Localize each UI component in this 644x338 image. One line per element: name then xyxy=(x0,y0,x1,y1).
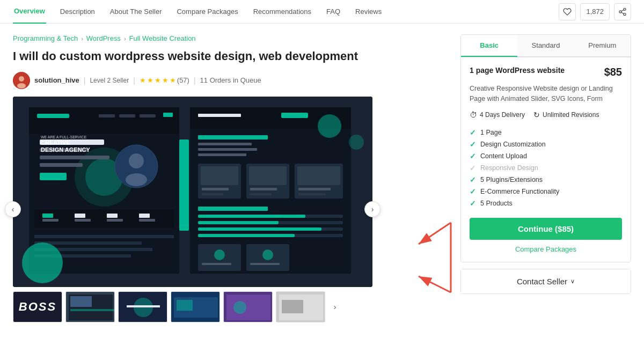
svg-rect-73 xyxy=(250,263,280,265)
svg-rect-75 xyxy=(179,139,189,231)
svg-point-1 xyxy=(619,11,621,13)
tab-premium[interactable]: Premium xyxy=(574,35,631,57)
save-count[interactable]: 1,872 xyxy=(580,3,610,20)
thumbnail-1[interactable]: BOSS xyxy=(13,291,62,322)
svg-rect-83 xyxy=(70,296,92,307)
breadcrumb-sep-1: › xyxy=(81,35,83,42)
thumbnail-4[interactable] xyxy=(171,291,220,322)
check-icon: ✓ xyxy=(470,128,476,137)
breadcrumb-sep-2: › xyxy=(124,35,126,42)
svg-rect-42 xyxy=(281,113,308,118)
nav-faq[interactable]: FAQ xyxy=(325,0,341,24)
svg-rect-29 xyxy=(107,219,123,222)
svg-point-70 xyxy=(214,249,225,260)
check-icon: ✓ xyxy=(470,152,476,160)
svg-rect-59 xyxy=(198,207,268,211)
feature-products: ✓ 5 Products xyxy=(470,197,622,209)
breadcrumb: Programming & Tech › WordPress › Full We… xyxy=(13,34,448,42)
share-icon xyxy=(618,8,627,16)
svg-rect-57 xyxy=(250,193,272,195)
check-icon: ✓ xyxy=(470,140,476,149)
svg-text:DESIGN AGENCY: DESIGN AGENCY xyxy=(41,146,91,153)
svg-text:WE ARE A FULL-SERVICE: WE ARE A FULL-SERVICE xyxy=(41,135,86,139)
website-mockup-svg: WE ARE A FULL-SERVICE CREATIVE DESIGN AG… xyxy=(13,97,372,287)
svg-point-71 xyxy=(262,249,273,260)
breadcrumb-full-website[interactable]: Full Website Creation xyxy=(129,34,196,42)
nav-about-seller[interactable]: About The Seller xyxy=(109,0,163,24)
svg-rect-12 xyxy=(99,114,115,117)
refresh-icon: ↻ xyxy=(533,111,540,119)
nav-description[interactable]: Description xyxy=(59,0,96,24)
nav-recommendations[interactable]: Recommendations xyxy=(252,0,312,24)
package-panel: Basic Standard Premium 1 page WordPress … xyxy=(460,34,631,262)
svg-rect-61 xyxy=(198,215,305,218)
thumbnail-3[interactable] xyxy=(118,291,167,322)
seller-name[interactable]: solution_hive xyxy=(34,76,79,84)
feature-1-page: ✓ 1 Page xyxy=(470,127,622,138)
svg-rect-46 xyxy=(198,153,246,156)
avatar-image xyxy=(13,72,30,89)
carousel-prev-button[interactable]: ‹ xyxy=(5,201,21,217)
nav-links: Overview Description About The Seller Co… xyxy=(13,0,383,24)
check-icon: ✓ xyxy=(470,199,476,208)
breadcrumb-wordpress[interactable]: WordPress xyxy=(86,34,121,42)
compare-packages-link[interactable]: Compare Packages xyxy=(470,245,622,253)
svg-rect-27 xyxy=(75,219,91,222)
svg-rect-23 xyxy=(34,209,174,228)
revisions-info: ↻ Unlimited Revisions xyxy=(533,111,599,119)
svg-rect-15 xyxy=(163,113,173,117)
orders-queue: 11 Orders in Queue xyxy=(200,76,261,84)
seller-level: Level 2 Seller xyxy=(90,77,129,84)
package-tabs: Basic Standard Premium xyxy=(461,35,631,57)
thumbnail-2[interactable] xyxy=(65,291,115,322)
tab-basic[interactable]: Basic xyxy=(461,35,517,57)
package-description: Creative Responsive Website design or La… xyxy=(470,84,622,104)
thumbnail-6[interactable] xyxy=(276,291,325,322)
favorite-button[interactable] xyxy=(559,3,576,20)
seller-info: solution_hive | Level 2 Seller | ★ ★ ★ ★… xyxy=(13,72,448,89)
nav-compare-packages[interactable]: Compare Packages xyxy=(175,0,239,24)
chevron-down-icon: ∨ xyxy=(570,278,575,285)
left-column: Programming & Tech › WordPress › Full We… xyxy=(13,34,448,322)
svg-point-7 xyxy=(17,83,26,89)
clock-icon: ⏱ xyxy=(470,111,477,119)
check-icon: ✓ xyxy=(470,175,476,184)
thumbnail-5[interactable] xyxy=(223,291,273,322)
svg-text:CREATIVE: CREATIVE xyxy=(41,139,70,146)
svg-rect-11 xyxy=(37,114,69,118)
nav-reviews[interactable]: Reviews xyxy=(354,0,383,24)
x-icon: ✓ xyxy=(470,164,476,172)
svg-rect-65 xyxy=(198,227,321,231)
svg-rect-56 xyxy=(202,193,223,195)
delivery-info: ⏱ 4 Days Delivery xyxy=(470,111,525,119)
thumbnails-next-button[interactable]: › xyxy=(328,291,341,322)
share-button[interactable] xyxy=(614,3,631,20)
star-rating: ★ ★ ★ ★ ★ (57) xyxy=(140,76,189,84)
svg-rect-22 xyxy=(40,173,67,180)
contact-seller-button[interactable]: Contact Seller ∨ xyxy=(461,269,631,293)
svg-rect-67 xyxy=(198,234,295,237)
svg-point-6 xyxy=(19,76,24,82)
svg-point-34 xyxy=(126,173,147,186)
nav-overview[interactable]: Overview xyxy=(13,0,46,24)
continue-button[interactable]: Continue ($85) xyxy=(470,218,622,240)
gig-title: I will do custom wordpress website desig… xyxy=(13,49,362,64)
svg-rect-43 xyxy=(198,135,268,139)
feature-plugins: ✓ 5 Plugins/Extensions xyxy=(470,174,622,186)
svg-rect-21 xyxy=(40,163,83,167)
thumbnail-strip: BOSS › xyxy=(13,291,372,322)
svg-rect-90 xyxy=(177,300,193,311)
tab-standard[interactable]: Standard xyxy=(517,35,574,57)
svg-rect-84 xyxy=(70,309,114,311)
svg-rect-87 xyxy=(127,305,160,307)
svg-point-93 xyxy=(233,301,246,314)
svg-point-0 xyxy=(624,8,626,10)
svg-rect-96 xyxy=(282,300,303,313)
breadcrumb-programming[interactable]: Programming & Tech xyxy=(13,34,78,42)
svg-rect-28 xyxy=(107,214,118,218)
svg-rect-13 xyxy=(119,114,135,117)
image-carousel: WE ARE A FULL-SERVICE CREATIVE DESIGN AG… xyxy=(13,97,372,322)
carousel-next-button[interactable]: › xyxy=(364,201,380,217)
svg-line-4 xyxy=(621,10,624,11)
svg-point-33 xyxy=(129,153,144,168)
